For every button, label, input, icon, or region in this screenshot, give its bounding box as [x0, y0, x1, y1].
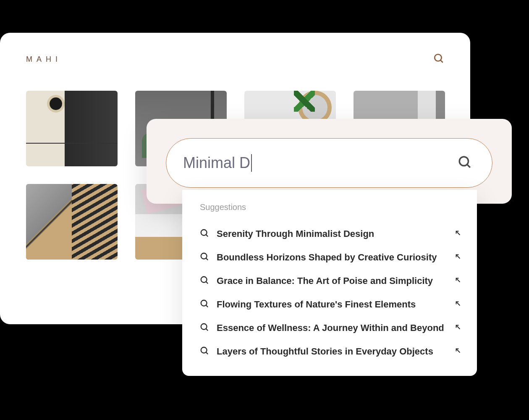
- suggestion-text: Flowing Textures of Nature's Finest Elem…: [217, 299, 454, 310]
- suggestion-item[interactable]: Serenity Through Minimalist Design: [200, 222, 462, 246]
- svg-point-13: [201, 300, 207, 306]
- gallery-thumbnail[interactable]: [26, 91, 118, 166]
- search-input-text: Minimal D: [183, 154, 250, 172]
- svg-line-20: [206, 352, 208, 354]
- svg-line-18: [456, 326, 460, 329]
- svg-point-16: [201, 324, 207, 330]
- text-cursor: [251, 154, 252, 172]
- svg-line-8: [206, 258, 208, 260]
- search-icon: [200, 323, 209, 333]
- suggestion-text: Essence of Wellness: A Journey Within an…: [217, 323, 454, 333]
- svg-line-3: [467, 165, 470, 168]
- search-icon[interactable]: [458, 155, 472, 171]
- arrow-up-left-icon: [454, 229, 462, 239]
- svg-line-9: [456, 255, 460, 259]
- header: MAHI: [0, 33, 470, 66]
- svg-point-2: [459, 157, 468, 165]
- svg-point-4: [201, 230, 207, 236]
- arrow-up-left-icon: [454, 347, 462, 356]
- search-icon: [200, 252, 209, 263]
- svg-point-10: [201, 277, 207, 283]
- search-icon: [200, 346, 209, 357]
- suggestion-text: Grace in Balance: The Art of Poise and S…: [217, 276, 454, 286]
- search-icon: [200, 276, 209, 286]
- search-icon: [200, 299, 209, 310]
- svg-line-6: [456, 231, 460, 235]
- svg-line-14: [206, 305, 208, 307]
- suggestion-text: Layers of Thoughtful Stories in Everyday…: [217, 346, 454, 357]
- search-icon[interactable]: [433, 53, 444, 66]
- search-input[interactable]: Minimal D: [183, 154, 458, 172]
- arrow-up-left-icon: [454, 276, 462, 286]
- suggestions-panel: Suggestions Serenity Through Minimalist …: [182, 190, 477, 376]
- search-icon: [200, 228, 209, 239]
- suggestion-item[interactable]: Layers of Thoughtful Stories in Everyday…: [200, 340, 462, 363]
- search-field[interactable]: Minimal D: [166, 138, 492, 188]
- svg-line-15: [456, 302, 460, 306]
- suggestion-item[interactable]: Grace in Balance: The Art of Poise and S…: [200, 269, 462, 293]
- suggestions-heading: Suggestions: [200, 202, 462, 212]
- arrow-up-left-icon: [454, 300, 462, 309]
- svg-line-1: [440, 60, 443, 62]
- suggestion-text: Serenity Through Minimalist Design: [217, 228, 454, 239]
- svg-point-19: [201, 347, 207, 353]
- arrow-up-left-icon: [454, 323, 462, 333]
- svg-line-12: [456, 278, 460, 282]
- suggestion-item[interactable]: Essence of Wellness: A Journey Within an…: [200, 316, 462, 340]
- svg-point-0: [435, 54, 441, 61]
- svg-point-7: [201, 253, 207, 259]
- arrow-up-left-icon: [454, 253, 462, 262]
- suggestion-text: Boundless Horizons Shaped by Creative Cu…: [217, 252, 454, 263]
- svg-line-21: [456, 349, 460, 353]
- svg-line-5: [206, 235, 208, 237]
- suggestion-item[interactable]: Flowing Textures of Nature's Finest Elem…: [200, 293, 462, 316]
- gallery-thumbnail[interactable]: [26, 184, 118, 260]
- svg-line-11: [206, 282, 208, 284]
- suggestion-item[interactable]: Boundless Horizons Shaped by Creative Cu…: [200, 246, 462, 269]
- svg-line-17: [206, 329, 208, 331]
- brand-logo: MAHI: [26, 55, 62, 64]
